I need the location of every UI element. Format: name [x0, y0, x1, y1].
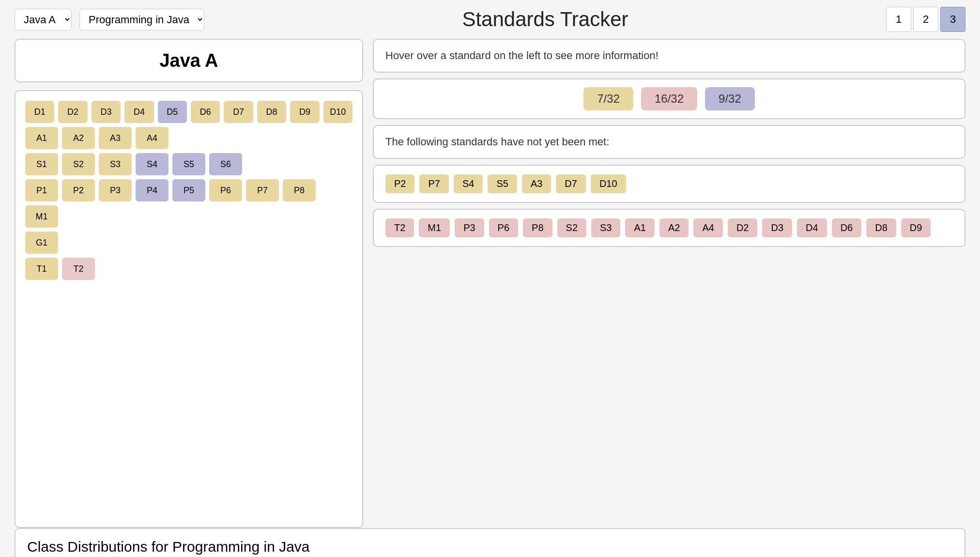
std-badge-d2[interactable]: D2: [58, 101, 87, 123]
class-title: Java A: [159, 50, 218, 71]
standards-row-3: P1P2P3P4P5P6P7P8: [25, 179, 352, 201]
not-met-yellow-box: P2P7S4S5A3D7D10: [373, 165, 965, 203]
not-met-tag-d9: D9: [901, 218, 931, 237]
std-badge-d7[interactable]: D7: [224, 101, 253, 123]
header-left: Java A Programming in Java: [15, 9, 204, 31]
right-panel: Hover over a standard on the left to see…: [373, 39, 965, 528]
not-met-tag-a2: A2: [659, 218, 689, 237]
class-dropdown[interactable]: Java A: [15, 9, 72, 31]
not-met-tag-m1: M1: [419, 218, 450, 237]
std-badge-d6[interactable]: D6: [191, 101, 220, 123]
standards-row-4: M1: [25, 205, 352, 228]
std-badge-t1[interactable]: T1: [25, 258, 58, 280]
std-badge-a4[interactable]: A4: [136, 127, 168, 149]
std-badge-d3[interactable]: D3: [92, 101, 121, 123]
not-met-tag-t2: T2: [385, 218, 414, 237]
not-met-tag-p8: P8: [523, 218, 552, 237]
std-badge-d1[interactable]: D1: [25, 101, 54, 123]
hover-message: Hover over a standard on the left to see…: [385, 49, 658, 62]
not-met-tag-a1: A1: [625, 218, 654, 237]
std-badge-t2[interactable]: T2: [62, 258, 95, 280]
std-badge-p3[interactable]: P3: [99, 179, 132, 201]
std-badge-d4[interactable]: D4: [124, 101, 153, 123]
standards-row-6: T1T2: [25, 258, 352, 280]
not-met-tag-d4: D4: [797, 218, 827, 237]
page-btn-2[interactable]: 2: [913, 7, 938, 32]
not-met-label-box: The following standards have not yet bee…: [373, 125, 965, 159]
not-met-pink-box: T2M1P3P6P8S2S3A1A2A4D2D3D4D6D8D9: [373, 209, 965, 247]
distribution-box: Class Distributions for Programming in J…: [15, 528, 965, 557]
class-title-box: Java A: [15, 39, 363, 82]
header: Java A Programming in Java Standards Tra…: [0, 0, 980, 39]
not-met-tag-a3: A3: [522, 174, 551, 193]
course-dropdown[interactable]: Programming in Java: [79, 9, 204, 31]
score-badge: 9/32: [705, 87, 755, 110]
not-met-tag-p7: P7: [419, 174, 448, 193]
not-met-tag-s3: S3: [591, 218, 620, 237]
not-met-tag-d2: D2: [728, 218, 758, 237]
not-met-tag-d10: D10: [591, 174, 626, 193]
not-met-tag-d7: D7: [556, 174, 586, 193]
not-met-tag-p3: P3: [455, 218, 484, 237]
standards-row-2: S1S2S3S4S5S6: [25, 153, 352, 175]
std-badge-p8[interactable]: P8: [283, 179, 316, 201]
std-badge-s5[interactable]: S5: [172, 153, 205, 175]
std-badge-g1[interactable]: G1: [25, 232, 58, 254]
std-badge-m1[interactable]: M1: [25, 205, 58, 228]
std-badge-p5[interactable]: P5: [172, 179, 205, 201]
score-row: 7/3216/329/32: [373, 78, 965, 119]
dist-title: Class Distributions for Programming in J…: [27, 539, 953, 555]
standards-row-5: G1: [25, 232, 352, 254]
std-badge-s2[interactable]: S2: [62, 153, 95, 175]
score-badge: 16/32: [641, 87, 697, 110]
not-met-tag-d8: D8: [866, 218, 896, 237]
page-btn-1[interactable]: 1: [886, 7, 911, 32]
page-buttons: 1 2 3: [886, 7, 965, 32]
not-met-tag-d6: D6: [832, 218, 862, 237]
hover-info-box: Hover over a standard on the left to see…: [373, 39, 965, 73]
std-badge-d9[interactable]: D9: [290, 101, 319, 123]
std-badge-d10[interactable]: D10: [323, 101, 352, 123]
page-title: Standards Tracker: [204, 8, 886, 31]
std-badge-a2[interactable]: A2: [62, 127, 95, 149]
std-badge-a3[interactable]: A3: [99, 127, 132, 149]
not-met-tag-p6: P6: [489, 218, 518, 237]
standards-row-0: D1D2D3D4D5D6D7D8D9D10: [25, 101, 352, 123]
std-badge-s6[interactable]: S6: [209, 153, 242, 175]
score-badge: 7/32: [583, 87, 633, 110]
not-met-tag-s2: S2: [557, 218, 586, 237]
left-panel: Java A D1D2D3D4D5D6D7D8D9D10A1A2A3A4S1S2…: [15, 39, 363, 528]
standards-grid-box: D1D2D3D4D5D6D7D8D9D10A1A2A3A4S1S2S3S4S5S…: [15, 90, 363, 528]
not-met-tag-d3: D3: [762, 218, 792, 237]
not-met-tag-a4: A4: [693, 218, 722, 237]
standards-grid: D1D2D3D4D5D6D7D8D9D10A1A2A3A4S1S2S3S4S5S…: [25, 101, 352, 280]
std-badge-p6[interactable]: P6: [209, 179, 242, 201]
not-met-tag-s5: S5: [488, 174, 517, 193]
not-met-tag-s4: S4: [454, 174, 483, 193]
std-badge-s1[interactable]: S1: [25, 153, 58, 175]
std-badge-d5[interactable]: D5: [158, 101, 187, 123]
std-badge-p7[interactable]: P7: [246, 179, 279, 201]
std-badge-s3[interactable]: S3: [99, 153, 132, 175]
std-badge-s4[interactable]: S4: [136, 153, 168, 175]
std-badge-d8[interactable]: D8: [257, 101, 286, 123]
std-badge-p2[interactable]: P2: [62, 179, 95, 201]
main-content: Java A D1D2D3D4D5D6D7D8D9D10A1A2A3A4S1S2…: [0, 39, 980, 528]
not-met-label: The following standards have not yet bee…: [385, 136, 609, 148]
not-met-tag-p2: P2: [385, 174, 414, 193]
standards-row-1: A1A2A3A4: [25, 127, 352, 149]
std-badge-p4[interactable]: P4: [136, 179, 168, 201]
std-badge-p1[interactable]: P1: [25, 179, 58, 201]
page-btn-3[interactable]: 3: [940, 7, 965, 32]
std-badge-a1[interactable]: A1: [25, 127, 58, 149]
